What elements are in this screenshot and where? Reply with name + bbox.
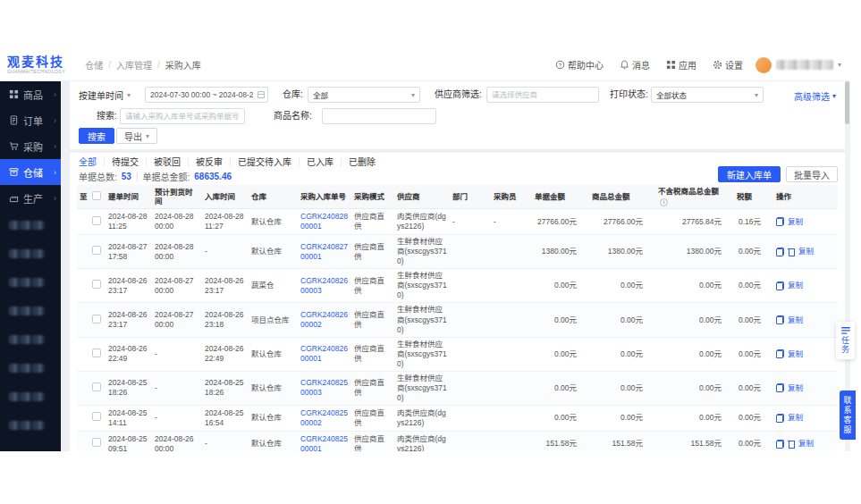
tab-3[interactable]: 被反审 bbox=[188, 157, 230, 167]
order-no-link[interactable]: CGRK24082600001 bbox=[300, 344, 348, 363]
copy-link[interactable]: 复制 bbox=[788, 217, 803, 227]
cell-notax-amount: 151.58元 bbox=[655, 431, 734, 451]
row-checkbox[interactable] bbox=[92, 412, 101, 421]
copy-link[interactable]: 复制 bbox=[798, 439, 814, 449]
row-checkbox[interactable] bbox=[92, 216, 101, 225]
sidebar-item-redacted[interactable] bbox=[0, 239, 61, 268]
row-select-cell bbox=[89, 209, 106, 235]
logo-text: 观麦科技 bbox=[7, 55, 65, 68]
copy-icon[interactable] bbox=[776, 414, 784, 423]
row-checkbox[interactable] bbox=[92, 438, 101, 447]
date-range-input[interactable] bbox=[145, 87, 268, 103]
copy-icon[interactable] bbox=[776, 440, 784, 449]
sidebar-item-redacted[interactable] bbox=[0, 411, 61, 440]
batch-import-button[interactable]: 批量导入 bbox=[786, 166, 838, 182]
row-select-cell bbox=[89, 371, 106, 405]
time-type-select[interactable]: 按建单时间 bbox=[79, 88, 131, 102]
sidebar: 商品订单采购仓储生产 bbox=[0, 81, 61, 451]
breadcrumb: 仓储/入库管理/采购入库 bbox=[85, 58, 201, 71]
column-header-label: 不含税商品总金额 bbox=[658, 187, 719, 196]
order-no-link[interactable]: CGRK24082600002 bbox=[300, 310, 348, 329]
tab-4[interactable]: 已提交待入库 bbox=[230, 157, 299, 167]
cell-order-no: CGRK24082500002 bbox=[298, 405, 351, 431]
sidebar-item-redacted[interactable] bbox=[0, 382, 61, 411]
cell-buyer bbox=[491, 371, 532, 405]
sidebar-item-redacted[interactable] bbox=[0, 354, 61, 382]
search-input[interactable] bbox=[120, 108, 245, 124]
filter-panel: 按建单时间 仓库: 全部 供应商筛选: 打印状态: 全部状态 高级筛选 bbox=[70, 81, 845, 149]
column-header-label: 预计到货时间 bbox=[155, 188, 193, 206]
cell-warehouse: 默认仓库 bbox=[249, 405, 298, 431]
new-stockin-button[interactable]: 新建入库单 bbox=[718, 166, 781, 182]
order-no-link[interactable]: CGRK24082700001 bbox=[300, 242, 348, 261]
topbar-bell-item[interactable]: 消息 bbox=[620, 58, 650, 71]
sidebar-item-warehouse[interactable]: 仓储 bbox=[0, 159, 61, 185]
order-no-link[interactable]: CGRK24082800001 bbox=[300, 212, 348, 231]
sidebar-item-redacted[interactable] bbox=[0, 268, 61, 297]
account-menu[interactable] bbox=[755, 57, 841, 73]
trash-icon[interactable] bbox=[788, 248, 795, 256]
select-all-checkbox[interactable] bbox=[92, 191, 101, 200]
export-button[interactable]: 导出 bbox=[116, 128, 157, 144]
copy-icon[interactable] bbox=[776, 248, 784, 256]
row-checkbox[interactable] bbox=[92, 315, 101, 323]
advanced-filter-link[interactable]: 高级筛选 bbox=[794, 89, 836, 103]
sidebar-item-production[interactable]: 生产 bbox=[0, 185, 61, 211]
sidebar-item-redacted[interactable] bbox=[0, 297, 61, 325]
topbar-apps-item[interactable]: 应用 bbox=[666, 58, 696, 71]
cell-supplier: 生鲜食材供应商(sxscgys3710) bbox=[394, 269, 450, 303]
sidebar-item-redacted[interactable] bbox=[0, 325, 61, 354]
order-no-link[interactable]: CGRK24082500002 bbox=[300, 408, 348, 427]
row-checkbox[interactable] bbox=[92, 349, 101, 357]
breadcrumb-item[interactable]: 仓储 bbox=[85, 58, 103, 71]
breadcrumb-item[interactable]: 入库管理 bbox=[116, 58, 152, 71]
order-no-link[interactable]: CGRK24082500003 bbox=[300, 378, 348, 397]
logo[interactable]: 观麦科技 GUANMAITECHNOLOGY bbox=[7, 55, 65, 74]
row-checkbox[interactable] bbox=[92, 382, 101, 391]
supplier-filter-input[interactable] bbox=[486, 87, 599, 103]
tab-1[interactable]: 待提交 bbox=[104, 157, 146, 167]
copy-link[interactable]: 复制 bbox=[788, 315, 803, 325]
contact-service-tab[interactable]: 联系客服 bbox=[840, 391, 856, 440]
sidebar-item-redacted[interactable] bbox=[0, 211, 61, 239]
search-button[interactable]: 搜索 bbox=[79, 128, 114, 144]
sidebar-item-order[interactable]: 订单 bbox=[0, 107, 61, 133]
tab-5[interactable]: 已入库 bbox=[299, 157, 341, 167]
product-name-input[interactable] bbox=[322, 108, 436, 124]
tab-6[interactable]: 已删除 bbox=[341, 157, 383, 167]
cell-expected-time: - bbox=[152, 405, 202, 431]
scrollbar-thumb[interactable] bbox=[845, 81, 849, 124]
copy-icon[interactable] bbox=[776, 217, 784, 226]
row-checkbox[interactable] bbox=[92, 246, 101, 255]
copy-icon[interactable] bbox=[776, 281, 784, 290]
trash-icon[interactable] bbox=[788, 440, 795, 449]
order-no-link[interactable]: CGRK24082600003 bbox=[300, 276, 348, 295]
cell-tax: 0.00元 bbox=[734, 337, 773, 371]
row-pin-cell bbox=[77, 371, 89, 405]
sidebar-item-purchase[interactable]: 采购 bbox=[0, 133, 61, 159]
copy-link[interactable]: 复制 bbox=[788, 413, 803, 423]
pin-column-header: 至 bbox=[77, 185, 89, 209]
copy-link[interactable]: 复制 bbox=[798, 247, 814, 256]
copy-link[interactable]: 复制 bbox=[788, 349, 803, 359]
task-float-button[interactable]: 任务 bbox=[836, 322, 855, 359]
order-no-link[interactable]: CGRK24082500001 bbox=[300, 434, 348, 451]
row-checkbox[interactable] bbox=[92, 280, 101, 289]
print-status-select[interactable]: 全部状态 bbox=[651, 87, 764, 103]
topbar-gear-item[interactable]: 设置 bbox=[713, 58, 743, 71]
copy-link[interactable]: 复制 bbox=[788, 281, 803, 290]
copy-icon[interactable] bbox=[776, 383, 784, 392]
tab-0[interactable]: 全部 bbox=[79, 157, 104, 167]
warehouse-select[interactable]: 全部 bbox=[308, 87, 420, 103]
column-header-label: 采购员 bbox=[494, 192, 517, 201]
sidebar-item-goods[interactable]: 商品 bbox=[0, 81, 61, 107]
copy-link[interactable]: 复制 bbox=[788, 383, 803, 393]
info-icon[interactable] bbox=[660, 198, 668, 206]
topbar-help-item[interactable]: ?帮助中心 bbox=[555, 58, 604, 71]
copy-icon[interactable] bbox=[776, 349, 784, 358]
row-select-cell bbox=[89, 235, 106, 269]
cell-buyer bbox=[491, 431, 532, 451]
copy-icon[interactable] bbox=[776, 315, 784, 324]
cell-expected-time: 2024-08-27 00:00 bbox=[152, 303, 202, 337]
tab-2[interactable]: 被驳回 bbox=[146, 157, 188, 167]
